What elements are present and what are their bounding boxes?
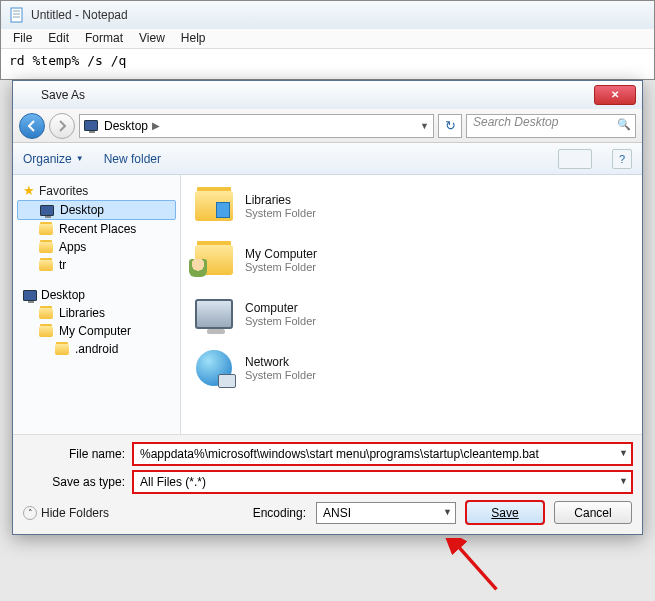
- folder-icon: [55, 344, 69, 355]
- user-folder-icon: [195, 245, 233, 275]
- notepad-titlebar: Untitled - Notepad: [1, 1, 654, 29]
- file-list[interactable]: LibrariesSystem Folder My ComputerSystem…: [181, 175, 642, 434]
- search-input[interactable]: Search Desktop: [466, 114, 636, 138]
- desktop-tree-header[interactable]: Desktop: [17, 286, 176, 304]
- path-chevron-icon: ▶: [152, 120, 160, 131]
- save-as-dialog: Save As ✕ Desktop ▶ ▼ ↻ Search Desktop O…: [12, 80, 643, 535]
- desktop-path-icon: [84, 120, 98, 131]
- path-text: Desktop: [104, 119, 148, 133]
- folder-icon: [39, 242, 53, 253]
- nav-item-apps[interactable]: Apps: [17, 238, 176, 256]
- desktop-icon: [23, 290, 37, 301]
- folder-icon: [39, 326, 53, 337]
- menu-file[interactable]: File: [5, 29, 40, 48]
- nav-item-recent[interactable]: Recent Places: [17, 220, 176, 238]
- organize-button[interactable]: Organize ▼: [23, 152, 84, 166]
- encoding-select[interactable]: ANSI ▼: [316, 502, 456, 524]
- nav-item-tr[interactable]: tr: [17, 256, 176, 274]
- notepad-title-text: Untitled - Notepad: [31, 8, 128, 22]
- address-bar[interactable]: Desktop ▶ ▼: [79, 114, 434, 138]
- cancel-button[interactable]: Cancel: [554, 501, 632, 524]
- favorites-header[interactable]: ★Favorites: [17, 181, 176, 200]
- notepad-textarea[interactable]: rd %temp% /s /q: [1, 49, 654, 72]
- chevron-down-icon: ▼: [76, 154, 84, 163]
- menu-edit[interactable]: Edit: [40, 29, 77, 48]
- notepad-icon: [9, 7, 25, 23]
- svg-line-4: [455, 543, 496, 589]
- menu-view[interactable]: View: [131, 29, 173, 48]
- chevron-down-icon[interactable]: ▼: [443, 507, 452, 517]
- chevron-down-icon[interactable]: ▼: [619, 476, 628, 486]
- hide-folders-button[interactable]: ˄ Hide Folders: [23, 506, 109, 520]
- annotation-arrow-icon: [440, 538, 510, 598]
- svg-rect-0: [11, 8, 22, 22]
- view-options-button[interactable]: [558, 149, 592, 169]
- list-item[interactable]: LibrariesSystem Folder: [185, 179, 638, 233]
- filename-input[interactable]: %appdata%\microsoft\windows\start menu\p…: [133, 443, 632, 465]
- filetype-label: Save as type:: [23, 475, 133, 489]
- path-dropdown-icon[interactable]: ▼: [420, 121, 429, 131]
- nav-tree-mycomputer[interactable]: My Computer: [17, 322, 176, 340]
- chevron-up-icon: ˄: [23, 506, 37, 520]
- notepad-menubar: File Edit Format View Help: [1, 29, 654, 49]
- save-form: File name: %appdata%\microsoft\windows\s…: [13, 434, 642, 534]
- dialog-icon: [19, 87, 35, 103]
- dialog-titlebar[interactable]: Save As ✕: [13, 81, 642, 109]
- network-icon: [196, 350, 232, 386]
- menu-help[interactable]: Help: [173, 29, 214, 48]
- list-item[interactable]: ComputerSystem Folder: [185, 287, 638, 341]
- refresh-button[interactable]: ↻: [438, 114, 462, 138]
- folder-icon: [39, 224, 53, 235]
- list-item[interactable]: My ComputerSystem Folder: [185, 233, 638, 287]
- new-folder-button[interactable]: New folder: [104, 152, 161, 166]
- nav-tree-libraries[interactable]: Libraries: [17, 304, 176, 322]
- folder-icon: [39, 308, 53, 319]
- nav-item-desktop[interactable]: Desktop: [17, 200, 176, 220]
- navigation-pane: ★Favorites Desktop Recent Places Apps tr…: [13, 175, 181, 434]
- libraries-icon: [195, 191, 233, 221]
- back-button[interactable]: [19, 113, 45, 139]
- toolbar: Organize ▼ New folder ?: [13, 143, 642, 175]
- notepad-window: Untitled - Notepad File Edit Format View…: [0, 0, 655, 80]
- filetype-select[interactable]: All Files (*.*) ▼: [133, 471, 632, 493]
- help-button[interactable]: ?: [612, 149, 632, 169]
- star-icon: ★: [23, 183, 35, 198]
- menu-format[interactable]: Format: [77, 29, 131, 48]
- folder-icon: [39, 260, 53, 271]
- save-button[interactable]: Save: [466, 501, 544, 524]
- desktop-icon: [40, 205, 54, 216]
- encoding-label: Encoding:: [253, 506, 306, 520]
- computer-icon: [195, 299, 233, 329]
- nav-tree-android[interactable]: .android: [17, 340, 176, 358]
- close-button[interactable]: ✕: [594, 85, 636, 105]
- list-item[interactable]: NetworkSystem Folder: [185, 341, 638, 395]
- nav-row: Desktop ▶ ▼ ↻ Search Desktop: [13, 109, 642, 143]
- forward-button[interactable]: [49, 113, 75, 139]
- dialog-title: Save As: [41, 88, 594, 102]
- chevron-down-icon[interactable]: ▼: [619, 448, 628, 458]
- filename-label: File name:: [23, 447, 133, 461]
